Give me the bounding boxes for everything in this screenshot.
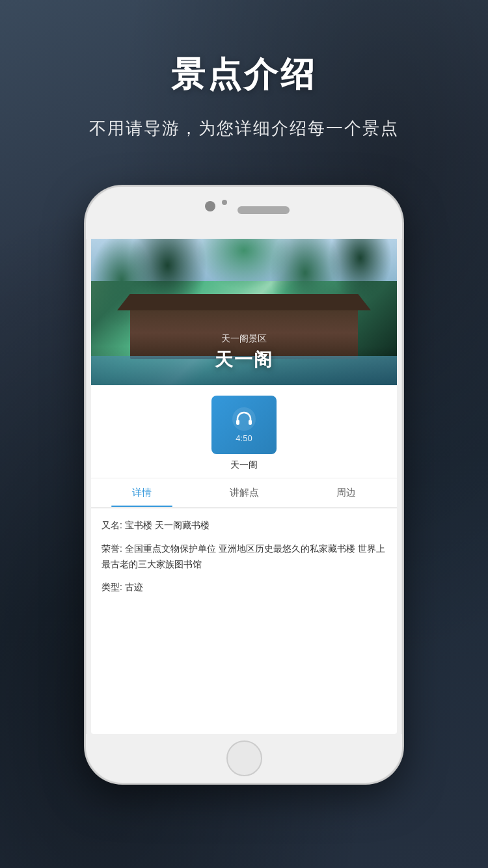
home-button[interactable] — [226, 740, 262, 776]
phone-bottom-bar — [86, 734, 402, 783]
svg-point-0 — [232, 407, 256, 431]
phone-mockup: 天一阁景区 天一阁 — [85, 185, 403, 784]
detail-type: 类型: 古迹 — [102, 580, 386, 595]
power-button — [402, 278, 403, 323]
top-section: 景点介绍 不用请导游，为您详细介绍每一个景点 — [0, 0, 488, 159]
honor-label: 荣誉: — [102, 543, 122, 554]
tab-nearby-label: 周边 — [336, 487, 356, 498]
alias-label: 又名: — [102, 520, 122, 530]
tab-bar: 详情 讲解点 周边 — [91, 479, 397, 508]
scene-banner: 天一阁景区 天一阁 — [91, 236, 397, 385]
detail-honor: 荣誉: 全国重点文物保护单位 亚洲地区历史最悠久的私家藏书楼 世界上最古老的三大… — [102, 541, 386, 573]
details-section: 又名: 宝书楼 天一阁藏书楼 荣誉: 全国重点文物保护单位 亚洲地区历史最悠久的… — [91, 509, 397, 612]
volume-up-button — [85, 294, 86, 330]
page-subtitle: 不用请导游，为您详细介绍每一个景点 — [0, 117, 488, 140]
honor-value: 全国重点文物保护单位 亚洲地区历史最悠久的私家藏书楼 世界上最古老的三大家族图书… — [102, 543, 385, 569]
type-value: 古迹 — [125, 582, 143, 592]
tab-spots[interactable]: 讲解点 — [193, 479, 295, 507]
audio-duration: 4:50 — [236, 433, 252, 443]
phone-top-bar — [86, 187, 402, 239]
phone-container: 天一阁景区 天一阁 — [0, 185, 488, 784]
speaker — [237, 206, 290, 214]
content-area: 4:50 天一阁 详情 讲解点 周边 — [91, 385, 397, 612]
tab-spots-label: 讲解点 — [230, 487, 259, 498]
headphone-icon — [232, 407, 256, 431]
detail-alias: 又名: 宝书楼 天一阁藏书楼 — [102, 518, 386, 534]
mute-button — [85, 258, 86, 281]
scene-name: 天一阁 — [91, 347, 397, 372]
tab-details[interactable]: 详情 — [91, 479, 193, 507]
phone-screen: 天一阁景区 天一阁 — [91, 236, 397, 734]
audio-section[interactable]: 4:50 天一阁 — [91, 385, 397, 478]
svg-rect-1 — [236, 420, 239, 425]
svg-rect-2 — [249, 420, 252, 425]
audio-label: 天一阁 — [230, 459, 258, 471]
page-title: 景点介绍 — [0, 52, 488, 98]
front-camera — [205, 201, 215, 211]
type-label: 类型: — [102, 582, 122, 592]
fade-overlay — [96, 666, 392, 685]
audio-thumbnail[interactable]: 4:50 — [211, 396, 277, 454]
tab-details-label: 详情 — [132, 487, 152, 498]
alias-value: 宝书楼 天一阁藏书楼 — [125, 520, 210, 530]
scene-overlay: 天一阁景区 天一阁 — [91, 333, 397, 372]
tab-nearby[interactable]: 周边 — [295, 479, 397, 507]
scene-location-text: 天一阁景区 — [221, 333, 267, 344]
scene-location: 天一阁景区 — [91, 333, 397, 345]
volume-down-button — [85, 340, 86, 375]
